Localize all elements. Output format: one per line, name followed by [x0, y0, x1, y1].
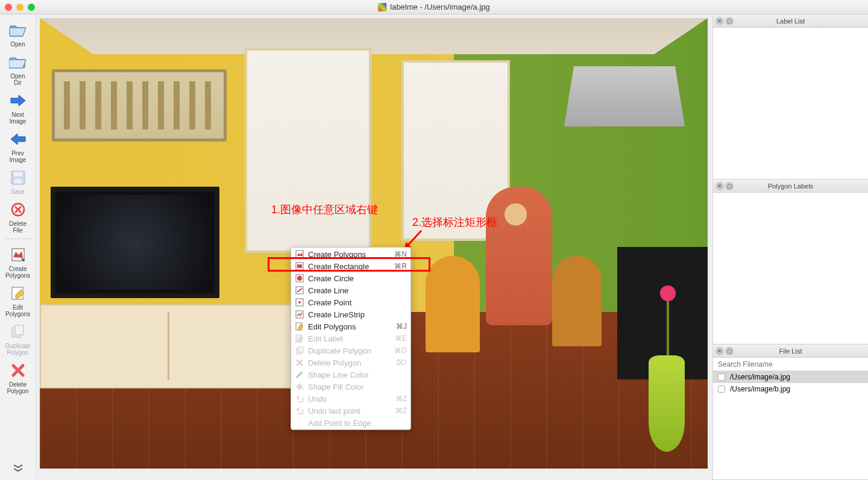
toolbar-more-button[interactable]	[13, 461, 24, 475]
close-window-button[interactable]	[5, 4, 12, 11]
svg-rect-20	[298, 347, 303, 352]
context-menu-item-delete-polygon: Delete Polygon⌦	[291, 357, 410, 369]
context-menu-shortcut: ⌘Z	[395, 407, 407, 415]
delete-polygon-button[interactable]: Delete Polygon	[1, 358, 35, 396]
duplicate-icon	[295, 346, 304, 355]
context-menu-shortcut: ⌘D	[394, 346, 407, 355]
prev-image-label: Prev Image	[10, 150, 27, 163]
create-polygons-button[interactable]: Create Polygons	[1, 243, 35, 280]
fill-color-icon	[295, 382, 304, 391]
open-button[interactable]: Open	[1, 18, 35, 49]
open-dir-label: Open Dir	[10, 73, 25, 86]
context-menu-item-label: Edit Polygons	[308, 322, 391, 331]
label-list-header[interactable]: ✕ ▢ Label List	[713, 14, 868, 28]
svg-point-15	[298, 301, 301, 304]
file-checkbox[interactable]	[718, 385, 725, 393]
delete-icon	[295, 358, 304, 367]
context-menu-item-label: Create Point	[308, 298, 407, 307]
annotation-text-1: 1.图像中任意区域右键	[271, 202, 378, 217]
folder-open-icon	[8, 20, 28, 40]
context-menu-item-duplicate-polygon: Duplicate Polygon⌘D	[291, 344, 410, 357]
svg-rect-10	[297, 264, 302, 268]
file-path: /Users/image/b.jpg	[730, 385, 790, 393]
duplicate-polygon-icon	[8, 322, 28, 341]
context-menu-item-create-rectangle[interactable]: Create Rectangle⌘R	[291, 260, 410, 272]
context-menu-item-create-line[interactable]: Create Line	[291, 284, 410, 296]
create-polygons-icon	[8, 245, 28, 264]
context-menu-shortcut: ⌘R	[394, 262, 407, 270]
edit-polygons-icon	[8, 284, 28, 303]
label-list-panel: ✕ ▢ Label List	[713, 14, 868, 179]
context-menu-item-edit-label: Edit Label⌘E	[291, 332, 410, 344]
point-icon	[295, 298, 304, 307]
context-menu-item-label: Shape Line Color	[308, 370, 407, 379]
file-list-item[interactable]: /Users/image/b.jpg	[713, 383, 868, 395]
edit-polygons-button[interactable]: Edit Polygons	[1, 281, 35, 319]
line-color-icon	[295, 370, 304, 379]
left-toolbar: Open Open Dir Next Image Prev Image Save	[0, 14, 36, 480]
context-menu-shortcut: ⌘J	[396, 322, 407, 331]
file-list-body[interactable]: /Users/image/a.jpg/Users/image/b.jpg	[713, 371, 868, 479]
file-list-header[interactable]: ✕ ▢ File List	[713, 344, 868, 358]
title-text: labelme - /Users/image/a.jpg	[390, 2, 489, 11]
panel-detach-icon[interactable]: ▢	[725, 17, 734, 25]
svg-rect-7	[15, 325, 24, 335]
edit-polygons-label: Edit Polygons	[5, 304, 30, 317]
toolbar-separator	[5, 238, 31, 239]
duplicate-polygon-label: Duplicate Polygon	[5, 343, 31, 356]
image-canvas[interactable]: 1.图像中任意区域右键 2.选择标注矩形框 Create Polygons⌘NC…	[40, 18, 708, 469]
delete-file-icon	[8, 200, 28, 219]
panel-close-icon[interactable]: ✕	[715, 347, 724, 355]
context-menu-item-label: Delete Polygon	[308, 358, 392, 367]
context-menu-item-create-circle[interactable]: Create Circle	[291, 272, 410, 284]
arrow-left-icon	[8, 129, 28, 149]
file-list-title: File List	[779, 348, 802, 355]
open-dir-button[interactable]: Open Dir	[1, 50, 35, 87]
minimize-window-button[interactable]	[16, 4, 24, 11]
context-menu-item-label: Create Polygons	[308, 250, 389, 259]
file-list-panel: ✕ ▢ File List /Users/image/a.jpg/Users/i…	[713, 344, 868, 480]
undo-point-icon	[295, 406, 304, 416]
polygon-labels-body[interactable]	[713, 193, 868, 344]
arrow-right-icon	[8, 91, 28, 110]
context-menu-item-label: Shape Fill Color	[308, 382, 407, 391]
file-search-input[interactable]	[713, 358, 868, 371]
context-menu-shortcut: ⌘Z	[395, 394, 407, 403]
context-menu-shortcut: ⌘E	[395, 334, 407, 343]
svg-point-12	[297, 276, 302, 281]
panel-detach-icon[interactable]: ▢	[725, 347, 734, 355]
context-menu-item-create-point[interactable]: Create Point	[291, 296, 410, 308]
panel-close-icon[interactable]: ✕	[715, 17, 724, 25]
zoom-window-button[interactable]	[28, 4, 35, 11]
context-menu-item-label: Create Circle	[308, 274, 407, 283]
context-menu-item-label: Create Rectangle	[308, 262, 389, 271]
panel-detach-icon[interactable]: ▢	[725, 182, 734, 190]
duplicate-polygon-button[interactable]: Duplicate Polygon	[1, 320, 35, 357]
add-point-icon	[295, 418, 304, 428]
context-menu-item-create-polygons[interactable]: Create Polygons⌘N	[291, 248, 410, 260]
prev-image-button[interactable]: Prev Image	[1, 127, 35, 164]
panel-close-icon[interactable]: ✕	[715, 182, 724, 190]
chevron-double-down-icon	[13, 464, 24, 472]
save-button[interactable]: Save	[1, 166, 35, 196]
save-label: Save	[11, 189, 25, 195]
context-menu-item-create-linestrip[interactable]: Create LineStrip	[291, 308, 410, 320]
polygon-labels-header[interactable]: ✕ ▢ Polygon Labels	[713, 179, 868, 193]
rectangle-icon	[295, 261, 304, 271]
context-menu-item-edit-polygons[interactable]: Edit Polygons⌘J	[291, 320, 410, 332]
polygon-labels-panel: ✕ ▢ Polygon Labels	[713, 179, 868, 344]
label-list-body[interactable]	[713, 28, 868, 179]
file-list-item[interactable]: /Users/image/a.jpg	[713, 371, 868, 383]
app-icon	[378, 3, 386, 11]
context-menu: Create Polygons⌘NCreate Rectangle⌘RCreat…	[291, 247, 411, 430]
delete-polygon-icon	[8, 361, 28, 380]
delete-file-button[interactable]: Delete File	[1, 198, 35, 235]
delete-file-label: Delete File	[9, 220, 27, 234]
circle-icon	[295, 273, 304, 283]
canvas-area[interactable]: 1.图像中任意区域右键 2.选择标注矩形框 Create Polygons⌘NC…	[36, 14, 712, 480]
next-image-button[interactable]: Next Image	[1, 89, 35, 126]
titlebar: labelme - /Users/image/a.jpg	[0, 0, 868, 14]
file-checkbox[interactable]	[718, 373, 725, 381]
create-polygons-label: Create Polygons	[5, 266, 30, 279]
delete-polygon-label: Delete Polygon	[7, 381, 28, 394]
